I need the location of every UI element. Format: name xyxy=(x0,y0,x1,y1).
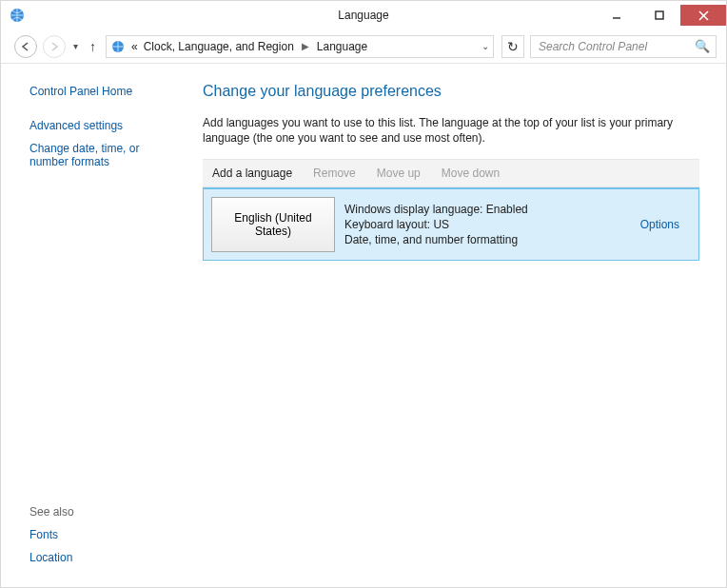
location-link[interactable]: Location xyxy=(29,551,174,564)
fonts-link[interactable]: Fonts xyxy=(29,528,174,541)
move-down-button[interactable]: Move down xyxy=(442,167,500,180)
address-bar[interactable]: « Clock, Language, and Region ▶ Language… xyxy=(106,35,494,58)
keyboard-layout: Keyboard layout: US xyxy=(344,217,619,232)
search-input[interactable] xyxy=(537,39,689,54)
navigation-bar: ▾ ↑ « Clock, Language, and Region ▶ Lang… xyxy=(1,29,726,64)
main-pane: Change your language preferences Add lan… xyxy=(191,64,726,587)
page-description: Add languages you want to use to this li… xyxy=(203,115,699,146)
language-list: English (United States) Windows display … xyxy=(203,187,699,261)
breadcrumb-current[interactable]: Language xyxy=(317,40,367,53)
window-controls xyxy=(595,5,726,26)
body: Control Panel Home Advanced settings Cha… xyxy=(1,64,726,587)
change-date-formats-link[interactable]: Change date, time, or number formats xyxy=(29,142,174,168)
up-button[interactable]: ↑ xyxy=(86,39,100,54)
back-button[interactable] xyxy=(14,35,37,58)
date-formatting: Date, time, and number formatting xyxy=(344,232,619,247)
minimize-button[interactable] xyxy=(595,5,638,26)
see-also-label: See also xyxy=(29,505,174,519)
move-up-button[interactable]: Move up xyxy=(377,167,421,180)
breadcrumb-parent[interactable]: Clock, Language, and Region xyxy=(144,40,294,53)
history-dropdown-icon[interactable]: ▾ xyxy=(71,41,80,51)
language-details: Windows display language: Enabled Keyboa… xyxy=(344,197,619,252)
svg-rect-2 xyxy=(656,11,663,19)
search-box[interactable]: 🔍 xyxy=(530,35,717,58)
app-icon xyxy=(9,6,28,25)
language-control-panel-window: Language ▾ ↑ « Clock, Langua xyxy=(0,0,727,588)
sidebar: Control Panel Home Advanced settings Cha… xyxy=(1,64,191,587)
control-panel-home-link[interactable]: Control Panel Home xyxy=(29,85,174,98)
maximize-button[interactable] xyxy=(638,5,680,26)
refresh-button[interactable]: ↻ xyxy=(501,35,524,58)
language-tile: English (United States) xyxy=(211,197,335,252)
forward-button[interactable] xyxy=(43,35,66,58)
options-link[interactable]: Options xyxy=(640,218,679,231)
display-language-status: Windows display language: Enabled xyxy=(344,202,619,217)
language-item[interactable]: English (United States) Windows display … xyxy=(203,188,699,261)
toolbar: Add a language Remove Move up Move down xyxy=(203,159,699,187)
breadcrumb-prefix: « xyxy=(131,40,138,53)
search-icon[interactable]: 🔍 xyxy=(695,39,710,53)
remove-button[interactable]: Remove xyxy=(313,167,356,180)
titlebar: Language xyxy=(1,1,726,29)
add-language-button[interactable]: Add a language xyxy=(212,167,292,180)
page-heading: Change your language preferences xyxy=(203,83,699,100)
address-dropdown-icon[interactable]: ⌄ xyxy=(481,41,489,51)
advanced-settings-link[interactable]: Advanced settings xyxy=(29,119,174,132)
breadcrumb-separator-icon: ▶ xyxy=(300,41,311,51)
location-icon xyxy=(110,39,126,54)
close-button[interactable] xyxy=(680,5,726,26)
language-options: Options xyxy=(629,197,691,252)
